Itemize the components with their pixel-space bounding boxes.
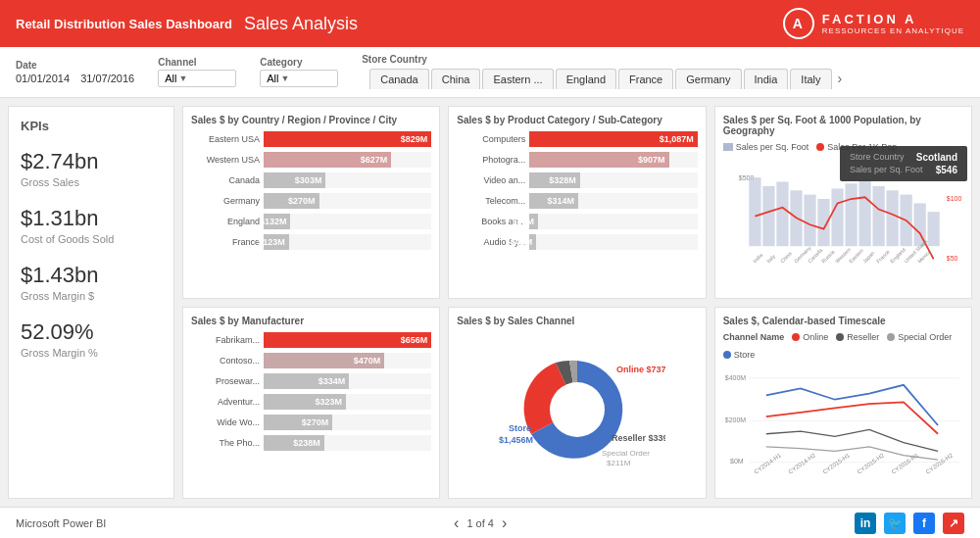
bar-value: $132M xyxy=(260,217,287,226)
category-dropdown[interactable]: All ▼ xyxy=(260,70,338,87)
country-tab[interactable]: England xyxy=(556,69,616,89)
bar-value: $328M xyxy=(549,175,576,185)
kpi-label: Cost of Goods Sold xyxy=(21,233,162,245)
logo-tagline: RESSOURCES EN ANALYTIQUE xyxy=(822,26,964,35)
chevron-down-icon: ▼ xyxy=(178,73,187,83)
bar-container: $48M xyxy=(529,234,697,250)
bar-value: $238M xyxy=(293,438,320,448)
country-tab[interactable]: France xyxy=(618,69,673,89)
svg-rect-10 xyxy=(872,186,884,246)
svg-text:$0M: $0M xyxy=(730,458,744,465)
bar-container: $328M xyxy=(529,172,697,188)
legend-reseller-label: Reseller xyxy=(847,332,879,342)
bar-container: $323M xyxy=(264,394,431,410)
bar-label: The Pho... xyxy=(191,438,260,448)
chart-by-geography: Sales $ per Sq. Foot & 1000 Population, … xyxy=(714,106,972,299)
logo-circle: A xyxy=(783,8,814,39)
share-icon[interactable]: ↗ xyxy=(943,513,964,534)
social-links: in 🐦 f ↗ xyxy=(855,513,964,534)
legend-online: Online xyxy=(792,332,828,342)
bar-container: $829M xyxy=(264,131,431,147)
kpi-value: 52.09% xyxy=(21,319,162,345)
bar-row: England $132M xyxy=(191,214,431,229)
country-tab[interactable]: Canada xyxy=(369,69,429,89)
bars-manufacturer: Fabrikam... $656M Contoso... $470M Prose… xyxy=(191,332,431,451)
tooltip-header: Store Country Scotland xyxy=(850,152,957,163)
twitter-icon[interactable]: 🐦 xyxy=(884,513,906,534)
date-filter: Date 01/01/2014 31/07/2016 xyxy=(16,60,134,84)
svg-text:$100: $100 xyxy=(946,195,961,202)
svg-rect-11 xyxy=(886,190,898,246)
donut-container: Online $737M Reseller $339M Special Orde… xyxy=(457,332,697,488)
channel-dropdown[interactable]: All ▼ xyxy=(158,70,236,87)
svg-rect-1 xyxy=(749,177,760,246)
bar-container: $59M xyxy=(529,214,697,229)
bar-container: $270M xyxy=(264,193,431,209)
kpi-panel: KPIs $2.74bnGross Sales$1.31bnCost of Go… xyxy=(8,106,174,499)
store-country-filter: Store Country CanadaChinaEastern ...Engl… xyxy=(362,54,846,90)
legend-store-label: Store xyxy=(734,350,756,360)
legend-bar: Sales per Sq. Foot xyxy=(723,142,809,152)
bar-row: Photogra... $907M xyxy=(457,152,697,168)
bar-row: Video an... $328M xyxy=(457,172,697,188)
prev-page-button[interactable]: ‹ xyxy=(454,514,459,532)
bar-label: Eastern USA xyxy=(191,134,260,144)
bar-container: $123M xyxy=(264,234,431,250)
bar-fill: $303M xyxy=(264,172,325,188)
chevron-down-icon-2: ▼ xyxy=(280,73,289,83)
legend-reseller-icon xyxy=(836,333,844,341)
bar-value: $334M xyxy=(318,376,346,386)
svg-text:CY2015-H2: CY2015-H2 xyxy=(856,451,886,474)
svg-rect-3 xyxy=(776,181,788,246)
country-tab[interactable]: Germany xyxy=(675,69,741,89)
country-tab[interactable]: India xyxy=(744,69,789,89)
tooltip-title-label: Store Country xyxy=(850,152,905,163)
logo-name: FACTION A xyxy=(822,12,964,26)
kpi-label: Gross Margin % xyxy=(21,347,162,359)
bar-value: $59M xyxy=(512,217,534,226)
tabs-next-arrow[interactable]: › xyxy=(834,67,847,90)
bar-fill: $48M xyxy=(529,234,536,250)
bar-fill: $59M xyxy=(529,214,538,229)
bar-value: $656M xyxy=(401,335,428,345)
svg-text:$211M: $211M xyxy=(607,459,631,467)
bar-label: Telecom... xyxy=(457,196,525,206)
next-page-button[interactable]: › xyxy=(502,514,507,532)
bar-row: Computers $1,087M xyxy=(457,131,697,147)
bar-row: Contoso... $470M xyxy=(191,353,431,368)
country-tab[interactable]: Italy xyxy=(790,69,831,89)
svg-text:CY2014-H1: CY2014-H1 xyxy=(753,451,783,474)
channel-name-label: Channel Name xyxy=(723,332,785,342)
bar-label: Photogra... xyxy=(457,155,525,165)
svg-text:Reseller $339M: Reseller $339M xyxy=(612,433,665,443)
chart-by-manufacturer-title: Sales $ by Manufacturer xyxy=(191,316,431,326)
bar-row: Fabrikam... $656M xyxy=(191,332,431,348)
bar-row: Adventur... $323M xyxy=(191,394,431,410)
bar-container: $1,087M xyxy=(529,131,697,147)
country-tab[interactable]: China xyxy=(431,69,481,89)
chart-timescale: Sales $, Calendar-based Timescale Channe… xyxy=(714,307,972,500)
bar-row: France $123M xyxy=(191,234,431,250)
bar-fill: $907M xyxy=(529,152,668,168)
svg-text:India: India xyxy=(752,252,763,264)
legend-bar-icon xyxy=(723,143,733,151)
svg-rect-2 xyxy=(762,186,774,246)
svg-rect-8 xyxy=(845,183,857,246)
svg-text:CY2014-H2: CY2014-H2 xyxy=(787,451,817,474)
facebook-icon[interactable]: f xyxy=(913,513,935,534)
page-info: 1 of 4 xyxy=(466,517,494,529)
category-label: Category xyxy=(260,57,338,68)
bar-container: $334M xyxy=(264,373,431,389)
chart-by-country: Sales $ by Country / Region / Province /… xyxy=(182,106,440,299)
analysis-title: Sales Analysis xyxy=(244,14,358,34)
kpi-label: Gross Sales xyxy=(21,176,162,188)
kpi-item: $1.43bnGross Margin $ xyxy=(21,263,162,302)
tooltip-row: Sales per Sq. Foot $546 xyxy=(850,165,957,175)
bar-label: Fabrikam... xyxy=(191,335,260,345)
tooltip-row-value: $546 xyxy=(936,165,957,175)
tooltip-title-value: Scotland xyxy=(916,152,957,163)
country-tab[interactable]: Eastern ... xyxy=(482,69,553,89)
svg-text:China: China xyxy=(779,250,793,264)
linkedin-icon[interactable]: in xyxy=(855,513,876,534)
bar-row: Books an... $59M xyxy=(457,214,697,229)
